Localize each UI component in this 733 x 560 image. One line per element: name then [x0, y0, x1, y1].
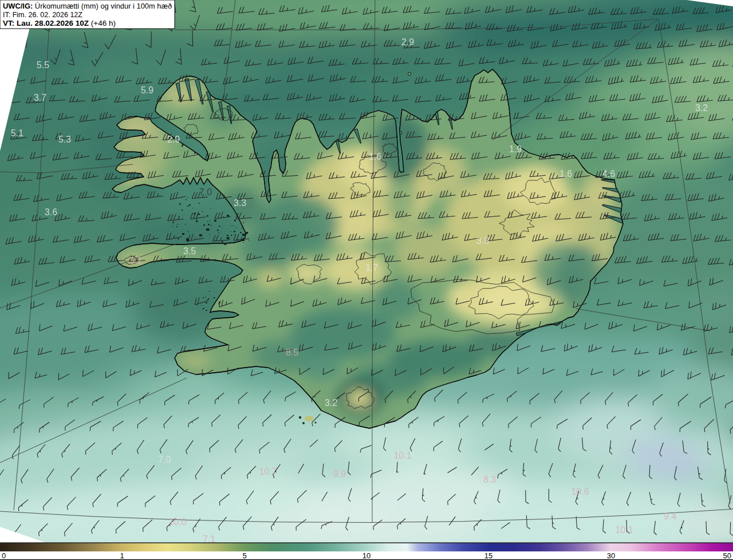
svg-text:VT: Lau. 28.02.2026 10Z (+46 h: VT: Lau. 28.02.2026 10Z (+46 h) — [3, 19, 116, 27]
svg-text:10.1: 10.1 — [393, 451, 411, 460]
svg-text:10.0: 10.0 — [168, 517, 186, 527]
svg-text:3.2: 3.2 — [325, 398, 337, 408]
svg-text:3.8: 3.8 — [476, 236, 489, 246]
svg-text:3.7: 3.7 — [34, 93, 46, 102]
svg-text:5: 5 — [242, 551, 246, 560]
svg-text:5.1: 5.1 — [11, 128, 23, 138]
svg-text:0: 0 — [2, 551, 6, 560]
svg-text:IT: Fim. 26. 02. 2026 12Z: IT: Fim. 26. 02. 2026 12Z — [3, 11, 82, 19]
svg-text:10.1: 10.1 — [615, 525, 633, 535]
svg-text:9.9: 9.9 — [333, 469, 346, 479]
svg-text:1.7: 1.7 — [365, 263, 378, 273]
svg-text:1.6: 1.6 — [559, 169, 572, 179]
svg-text:1.9: 1.9 — [509, 144, 522, 154]
svg-text:7.0: 7.0 — [158, 455, 171, 464]
svg-text:10: 10 — [362, 551, 371, 560]
svg-text:7.0: 7.0 — [199, 187, 212, 197]
svg-text:5.9: 5.9 — [141, 85, 153, 95]
svg-text:4.6: 4.6 — [602, 169, 615, 179]
svg-text:2.9: 2.9 — [167, 135, 180, 144]
svg-text:3.1: 3.1 — [129, 256, 142, 266]
svg-text:1.6: 1.6 — [369, 152, 381, 161]
svg-text:1: 1 — [120, 551, 124, 560]
svg-text:50: 50 — [723, 551, 731, 560]
svg-text:2.9: 2.9 — [401, 37, 414, 47]
svg-text:8.5: 8.5 — [286, 348, 298, 357]
svg-text:5.5: 5.5 — [37, 60, 49, 70]
svg-text:30: 30 — [607, 551, 615, 560]
svg-text:3.5: 3.5 — [183, 246, 196, 256]
svg-text:3.2: 3.2 — [695, 103, 708, 113]
svg-text:9.4: 9.4 — [664, 511, 676, 521]
svg-text:10.7: 10.7 — [259, 467, 277, 476]
svg-text:15: 15 — [484, 551, 492, 560]
svg-text:3.6: 3.6 — [45, 207, 57, 217]
svg-text:10.6: 10.6 — [571, 487, 589, 496]
svg-text:5.3: 5.3 — [58, 135, 71, 144]
svg-text:8.3: 8.3 — [483, 475, 496, 484]
svg-text:3.3: 3.3 — [234, 198, 246, 208]
svg-text:UWC/IG: Úrkomumætti (mm) og vi: UWC/IG: Úrkomumætti (mm) og vindur i 100… — [3, 2, 172, 10]
